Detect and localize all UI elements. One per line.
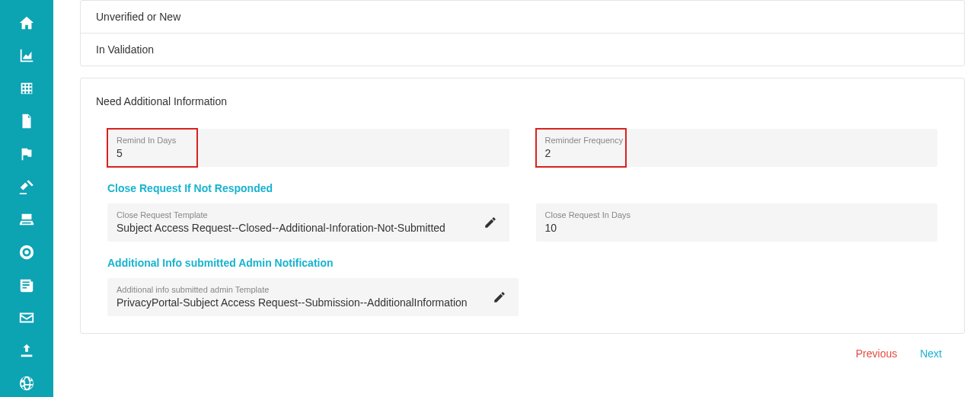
remind-in-days-value: 5 bbox=[117, 147, 123, 159]
document-icon bbox=[18, 113, 35, 130]
close-request-days-value: 10 bbox=[545, 222, 557, 234]
remind-in-days-label: Remind In Days bbox=[117, 136, 500, 145]
grid-icon bbox=[18, 80, 35, 97]
next-button[interactable]: Next bbox=[920, 347, 942, 360]
mail-icon bbox=[18, 309, 35, 326]
previous-button[interactable]: Previous bbox=[856, 347, 897, 360]
main-content: Unverified or New In Validation Need Add… bbox=[53, 0, 980, 397]
news-icon bbox=[18, 277, 35, 293]
edit-close-template-button[interactable] bbox=[480, 213, 500, 232]
lifebuoy-icon bbox=[18, 244, 35, 261]
close-request-template-value: Subject Access Request--Closed--Addition… bbox=[117, 222, 445, 234]
globe-icon bbox=[18, 375, 35, 392]
sidebar-item-mail[interactable] bbox=[0, 301, 53, 334]
admin-template-label: Additional info submitted admin Template bbox=[117, 285, 490, 294]
sidebar-item-chart[interactable] bbox=[0, 39, 53, 72]
admin-notification-heading: Additional Info submitted Admin Notifica… bbox=[81, 242, 964, 278]
need-additional-info-card: Need Additional Information Remind In Da… bbox=[80, 78, 965, 334]
sidebar-item-grid[interactable] bbox=[0, 72, 53, 104]
status-row-in-validation[interactable]: In Validation bbox=[81, 34, 964, 66]
close-request-days-field[interactable]: Close Request In Days 10 bbox=[536, 203, 938, 242]
card-title: Need Additional Information bbox=[81, 95, 964, 129]
reminder-frequency-value: 2 bbox=[545, 147, 551, 159]
sidebar-item-lifebuoy[interactable] bbox=[0, 235, 53, 268]
sidebar-item-gavel[interactable] bbox=[0, 170, 53, 203]
close-request-days-label: Close Request In Days bbox=[545, 210, 929, 219]
reminder-frequency-field[interactable]: Reminder Frequency 2 bbox=[536, 129, 938, 167]
sidebar-item-document[interactable] bbox=[0, 104, 53, 137]
home-icon bbox=[18, 14, 35, 31]
sidebar-item-flag[interactable] bbox=[0, 137, 53, 170]
status-row-unverified[interactable]: Unverified or New bbox=[81, 1, 964, 34]
gavel-icon bbox=[18, 178, 35, 195]
remind-in-days-field[interactable]: Remind In Days 5 bbox=[107, 129, 509, 167]
sidebar-item-upload[interactable] bbox=[0, 334, 53, 367]
admin-template-field[interactable]: Additional info submitted admin Template… bbox=[107, 278, 519, 316]
sidebar-item-home[interactable] bbox=[0, 6, 53, 39]
sidebar-item-drive[interactable] bbox=[0, 203, 53, 235]
close-request-template-field[interactable]: Close Request Template Subject Access Re… bbox=[107, 203, 509, 242]
spacer bbox=[545, 278, 938, 316]
reminder-frequency-label: Reminder Frequency bbox=[545, 136, 929, 145]
sidebar-item-news[interactable] bbox=[0, 268, 53, 301]
sidebar bbox=[0, 0, 53, 397]
upload-icon bbox=[18, 342, 35, 359]
flag-icon bbox=[18, 146, 35, 162]
pencil-icon bbox=[493, 290, 506, 304]
edit-admin-template-button[interactable] bbox=[490, 287, 509, 307]
close-request-template-label: Close Request Template bbox=[117, 210, 480, 219]
chart-icon bbox=[18, 47, 35, 64]
status-panel: Unverified or New In Validation bbox=[80, 0, 965, 66]
admin-template-value: PrivacyPortal-Subject Access Request--Su… bbox=[117, 296, 468, 309]
footer-actions: Previous Next bbox=[80, 334, 965, 360]
close-request-heading: Close Request If Not Responded bbox=[81, 167, 964, 203]
sidebar-item-globe[interactable] bbox=[0, 367, 53, 397]
drive-icon bbox=[18, 211, 35, 228]
pencil-icon bbox=[484, 216, 497, 229]
